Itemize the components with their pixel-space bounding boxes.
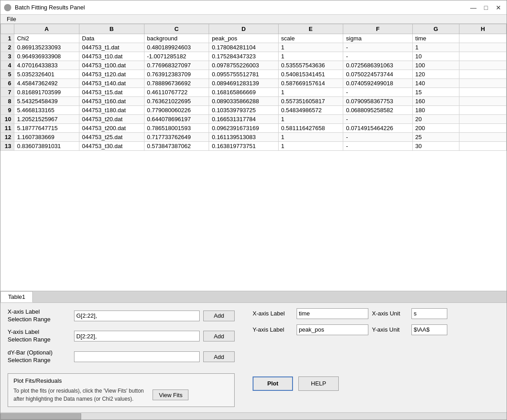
y-axis-label-input[interactable] (297, 324, 368, 335)
x-axis-input[interactable] (74, 311, 200, 321)
horizontal-scrollbar[interactable] (0, 412, 507, 420)
cell-data (459, 52, 507, 61)
table-row[interactable]: 64.45847362492044753_t140.dat0.788896736… (1, 79, 507, 88)
cell-data: 044753_t10.dat (79, 52, 144, 61)
cell-data (459, 124, 507, 133)
cell-data: 0.717733762649 (144, 133, 209, 142)
row-num: 4 (1, 61, 14, 70)
y-axis-input[interactable] (74, 331, 200, 341)
cell-data: 30 (412, 142, 459, 151)
table-row[interactable]: 115.18777647715044753_t200.dat0.78651800… (1, 124, 507, 133)
cell-data (459, 61, 507, 70)
cell-data: - (343, 43, 412, 52)
title-bar: Batch Fitting Results Panel — □ ✕ (0, 0, 507, 15)
table-row[interactable]: 44.07016433833044753_t100.dat0.776968327… (1, 61, 507, 70)
row-num: 9 (1, 106, 14, 115)
cell-data: 0.0894691283139 (209, 79, 278, 88)
view-fits-button[interactable]: View Fits (153, 389, 188, 400)
cell-data: 0.573847387062 (144, 142, 209, 151)
y-axis-unit-input[interactable] (411, 324, 447, 335)
cell-data: 0.178084281104 (209, 43, 278, 52)
left-form: X-axis LabelSelection Range Add Y-axis L… (8, 308, 235, 407)
cell-data: 0.0714915464226 (343, 124, 412, 133)
cell-data: 20 (412, 115, 459, 124)
col-header-A: A (14, 24, 79, 34)
window-controls: — □ ✕ (469, 3, 503, 12)
close-button[interactable]: ✕ (494, 3, 503, 12)
cell-data: 0.163819773751 (209, 142, 278, 151)
cell-data: 0.786518001593 (144, 124, 209, 133)
x-axis-label-input[interactable] (297, 308, 368, 319)
cell-data: 1.20521525967 (14, 115, 79, 124)
cell-data: - (343, 88, 412, 97)
x-add-button[interactable]: Add (203, 311, 235, 321)
table-row[interactable]: 121.1607383669044753_t25.dat0.7177337626… (1, 133, 507, 142)
cell-data: 1 (278, 133, 343, 142)
table-row[interactable]: 30.964936933908044753_t10.dat-1.00712851… (1, 52, 507, 61)
dy-bar-label: dY-Bar (Optional)Selection Range (8, 349, 70, 364)
cell-data: 044753_t180.dat (79, 106, 144, 115)
table-row[interactable]: 70.816891703599044753_t15.dat0.461107677… (1, 88, 507, 97)
cell-data: 0.816891703599 (14, 88, 79, 97)
cell-data: 4.07016433833 (14, 61, 79, 70)
cell-data: 0.161139513083 (209, 133, 278, 142)
cell-data: 0.0750224573744 (343, 70, 412, 79)
row-num: 3 (1, 52, 14, 61)
cell-data: 044753_t100.dat (79, 61, 144, 70)
cell-data: 044753_t30.dat (79, 142, 144, 151)
dy-bar-input[interactable] (74, 351, 200, 362)
table-row[interactable]: 95.4668133165044753_t180.dat0.7790800602… (1, 106, 507, 115)
table-row[interactable]: 1 Chi2 Data background peak_pos scale si… (1, 34, 507, 43)
cell-data: 1 (278, 88, 343, 97)
cell-data (459, 133, 507, 142)
table-row[interactable]: 130.836073891031044753_t30.dat0.57384738… (1, 142, 507, 151)
cell-data: 160 (412, 97, 459, 106)
cell-data: 0.587669157614 (278, 79, 343, 88)
file-menu[interactable]: File (4, 15, 19, 23)
cell-peak-pos: peak_pos (209, 34, 278, 43)
data-table: A B C D E F G H 1 Chi2 Data background (0, 24, 507, 151)
table-area[interactable]: A B C D E F G H 1 Chi2 Data background (0, 24, 507, 291)
cell-data: 5.4668133165 (14, 106, 79, 115)
table-row[interactable]: 55.0352326401044753_t120.dat0.7639123837… (1, 70, 507, 79)
main-window: Batch Fitting Results Panel — □ ✕ File A… (0, 0, 507, 420)
cell-data: 5.0352326401 (14, 70, 79, 79)
dy-add-button[interactable]: Add (203, 351, 235, 362)
y-axis-unit-label: Y-axis Unit (372, 326, 408, 333)
app-icon (4, 4, 11, 11)
cell-data: 0.0962391673169 (209, 124, 278, 133)
cell-data: 0.166531317784 (209, 115, 278, 124)
cell-data: 0.0688095258582 (343, 106, 412, 115)
table-row[interactable]: 101.20521525967044753_t20.dat0.644078696… (1, 115, 507, 124)
y-axis-right-row: Y-axis Label Y-axis Unit (253, 324, 447, 335)
y-add-button[interactable]: Add (203, 331, 235, 341)
cell-data: 1 (278, 142, 343, 151)
cell-data: 0.964936933908 (14, 52, 79, 61)
table-row[interactable]: 85.54325458439044753_t160.dat0.763621022… (1, 97, 507, 106)
cell-data: 1.1607383669 (14, 133, 79, 142)
cell-data (459, 88, 507, 97)
cell-data: -1.0071285182 (144, 52, 209, 61)
help-button[interactable]: HELP (298, 376, 339, 391)
table-row[interactable]: 20.869135233093044753_t1.dat0.4801899246… (1, 43, 507, 52)
x-axis-row: X-axis LabelSelection Range Add (8, 308, 235, 324)
cell-data: 0.869135233093 (14, 43, 79, 52)
col-header-G: G (412, 24, 459, 34)
cell-data: 180 (412, 106, 459, 115)
cell-data: 044753_t200.dat (79, 124, 144, 133)
minimize-button[interactable]: — (469, 3, 478, 12)
cell-data: 0.540815341451 (278, 70, 343, 79)
col-header-C: C (144, 24, 209, 34)
x-axis-unit-input[interactable] (411, 308, 447, 319)
row-num: 8 (1, 97, 14, 106)
tab-table1[interactable]: Table1 (0, 291, 33, 302)
scrollbar-thumb[interactable] (0, 413, 81, 420)
maximize-button[interactable]: □ (481, 3, 490, 12)
cell-data: 0.0790958367753 (343, 97, 412, 106)
cell-data: 0.168165866669 (209, 88, 278, 97)
cell-data (459, 115, 507, 124)
plot-button[interactable]: Plot (253, 376, 293, 391)
col-header-B: B (79, 24, 144, 34)
cell-data: Data (79, 34, 144, 43)
cell-data: 0.0740592499018 (343, 79, 412, 88)
